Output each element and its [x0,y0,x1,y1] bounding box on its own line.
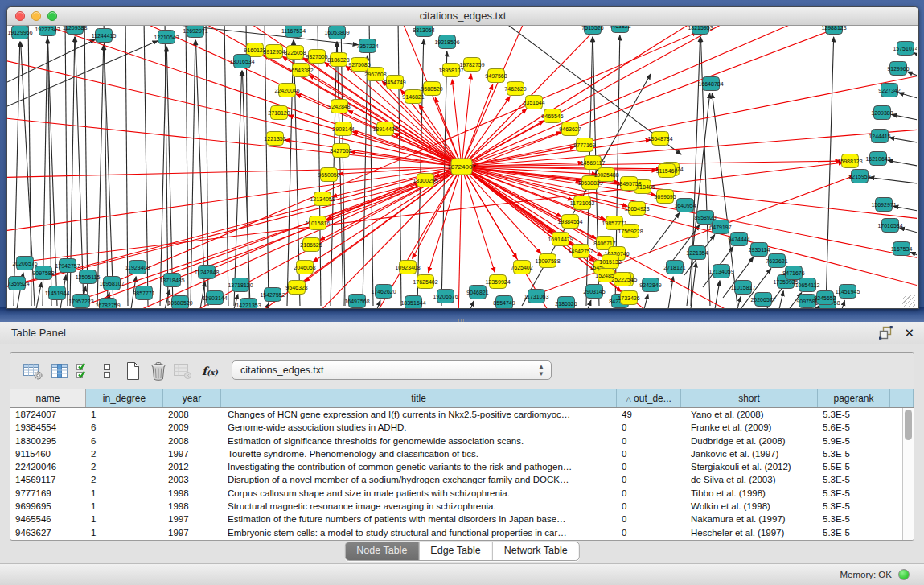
float-window-icon[interactable] [879,326,893,340]
table-row[interactable]: 977716911998Corpus callosum shape and si… [10,487,914,500]
graph-node-label: 8406717 [593,241,615,246]
graph-node-label: 9245652 [814,295,836,301]
graph-edge [470,301,474,308]
scrollbar-thumb[interactable] [905,410,912,440]
graph-node-label: 13097588 [535,258,560,264]
graph-node-label: 12692971 [183,28,207,34]
minimize-window-button[interactable] [31,11,41,21]
select-rows-check-icon[interactable] [73,360,96,381]
table-cell: 0 [617,447,681,460]
column-header-short[interactable]: short [681,389,818,407]
table-cell: 1997 [163,447,221,460]
vertical-scrollbar[interactable] [902,408,914,540]
column-header-out_de...[interactable]: △out_de... [617,389,681,407]
desktop-background: citations_edges.txt 18724007914682195885… [0,0,924,322]
table-row[interactable]: 1830029562008Estimation of significance … [10,435,914,447]
column-header-name[interactable]: name [10,389,86,407]
memory-status-indicator-icon[interactable] [898,569,910,580]
column-header-pagerank[interactable]: pagerank [818,389,890,407]
network-window-titlebar[interactable]: citations_edges.txt [7,7,918,26]
table-cell: Wolkin et al. (1998) [681,500,818,513]
close-window-button[interactable] [15,11,25,21]
table-cell: 2003 [163,473,221,486]
graph-edge [914,53,917,55]
graph-edge [36,282,42,308]
graph-node-label: 16053809 [324,30,349,35]
graph-edge [899,93,917,98]
table-cell: 5.9E-5 [818,435,890,447]
graph-node-label: 10588520 [167,300,192,306]
select-column-icon[interactable] [48,360,71,381]
delete-trash-icon[interactable] [147,360,170,381]
new-table-icon[interactable] [121,360,144,381]
graph-edge [7,167,462,235]
column-header-in_degree[interactable]: in_degree [86,389,163,407]
table-row[interactable]: 946554611997Estimation of the future num… [10,513,914,525]
graph-node-label: 11209388 [63,26,88,31]
network-canvas[interactable]: 1872400791468219588520845474929676089275… [7,26,917,308]
row-height-icon[interactable] [96,360,118,381]
delete-table-disabled-icon[interactable] [171,360,194,381]
table-cell: 5.6E-5 [818,421,890,434]
graph-node-label: 1244415 [869,134,890,139]
graph-node-label: 9275085 [348,62,370,68]
graph-edge [588,300,591,308]
table-row[interactable]: 911546021997Tourette syndrome. Phenomeno… [10,447,914,460]
table-row[interactable]: 2242004622012Investigating the contribut… [10,460,914,473]
table-cell: 1998 [163,487,221,500]
graph-node-label: 13648784 [647,136,672,142]
table-row[interactable]: 1938455462009Genome-wide association stu… [10,421,914,434]
graph-node-label: 12903144 [202,295,227,301]
graph-edge [462,132,561,167]
graph-node-label: 9146821 [402,94,424,100]
table-settings-icon[interactable] [22,360,44,381]
canvas-resize-grip[interactable] [902,295,915,307]
graph-node-label: 22420046 [274,88,299,93]
table-row[interactable]: 969969511998Structural magnetic resonanc… [10,500,914,513]
table-cell: 5.3E-5 [818,487,890,500]
graph-node-label: 16497568 [344,299,369,304]
graph-edge [224,26,228,306]
graph-edge [104,26,108,306]
table-cell: Estimation of the future numbers of pati… [221,513,617,525]
column-header-title[interactable]: title [221,389,617,407]
zoom-window-button[interactable] [47,11,57,21]
graph-edge [842,300,844,308]
graph-node-label: 8454749 [384,80,405,85]
graph-node-label: 9046821 [466,290,488,295]
tab-network-table[interactable]: Network Table [493,542,579,560]
tab-edge-table[interactable]: Edge Table [419,542,492,560]
table-cell: 5.3E-5 [818,526,890,539]
table-panel-header: Table Panel ✕ [0,322,924,344]
graph-edge [462,74,471,167]
graph-edge [644,295,648,308]
table-row[interactable]: 1456911722003Disruption of a novel membe… [10,473,914,486]
graph-node-label: 15692971 [871,202,896,208]
graph-node-label: 8427552 [330,148,351,154]
function-builder-icon[interactable]: f(x) [199,360,221,381]
graph-node-label: 2186525 [300,242,322,248]
table-row[interactable]: 1872400712008Changes of HCN gene express… [10,408,914,421]
table-body: 1872400712008Changes of HCN gene express… [10,408,914,539]
table-cell: Disruption of a novel member of a sodium… [221,473,617,486]
graph-node-label: 2522254 [611,277,633,282]
network-window-title: citations_edges.txt [420,10,507,22]
table-cell: 0 [617,421,681,434]
graph-node-label: 11244415 [92,33,117,39]
tab-node-table[interactable]: Node Table [345,542,419,560]
table-cell: 9777169 [10,487,86,500]
column-header-filler[interactable] [890,389,914,407]
graph-node-label: 20206577 [750,297,775,303]
citation-network-graph: 1872400791468219588520845474929676089275… [7,26,917,308]
graph-node-label: 7515526 [581,26,603,31]
close-panel-icon[interactable]: ✕ [904,327,914,340]
table-row[interactable]: 946362711997Embryonic stem cells: a mode… [10,526,914,539]
graph-node-label: 16958107 [99,281,124,286]
graph-node-label: 9115460 [656,168,678,174]
table-toolbar: f(x) citations_edges.txt ▲▼ [10,353,914,389]
column-header-year[interactable]: year [163,389,221,407]
graph-edge [888,160,917,166]
graph-node-label: 13718120 [228,282,253,288]
table-chooser-dropdown[interactable]: citations_edges.txt ▲▼ [232,360,552,380]
graph-node-label: 9463627 [559,126,581,132]
